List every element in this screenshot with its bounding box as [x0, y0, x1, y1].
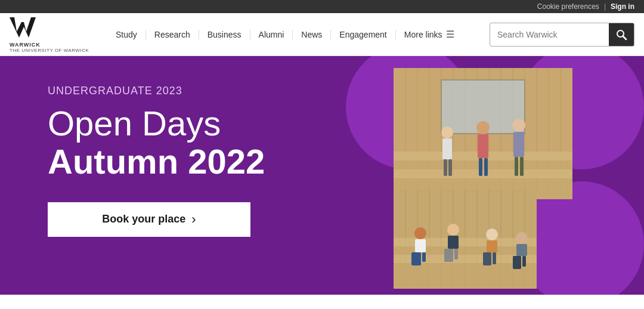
nav-business[interactable]: Business	[199, 30, 250, 39]
nav-more-links[interactable]: More links ☰	[396, 29, 463, 40]
header: WARWICK THE UNIVERSITY OF WARWICK Study …	[0, 13, 644, 56]
search-button[interactable]	[609, 23, 634, 47]
nav-engagement[interactable]: Engagement	[331, 30, 395, 39]
hamburger-icon: ☰	[446, 29, 454, 40]
svg-line-2	[623, 36, 627, 39]
sign-in-link[interactable]: Sign in	[611, 2, 634, 11]
top-bar: Cookie preferences | Sign in	[0, 0, 644, 13]
svg-marker-0	[10, 17, 36, 38]
cta-label: Book your place	[102, 213, 185, 225]
hero-banner: UNDERGRADUATE 2023 Open Days Autumn 2022…	[0, 56, 644, 295]
nav-research[interactable]: Research	[146, 30, 199, 39]
nav-alumni[interactable]: Alumni	[250, 30, 293, 39]
logo[interactable]: WARWICK THE UNIVERSITY OF WARWICK	[10, 16, 93, 53]
logo-name-main: WARWICK	[10, 42, 41, 48]
cookie-preferences-link[interactable]: Cookie preferences	[537, 2, 599, 11]
search-icon	[615, 29, 627, 41]
nav-news[interactable]: News	[293, 30, 331, 39]
logo-name-sub: THE UNIVERSITY OF WARWICK	[10, 48, 89, 53]
warwick-w-icon	[10, 16, 38, 39]
nav-study[interactable]: Study	[107, 30, 146, 39]
main-nav: Study Research Business Alumni News Enga…	[107, 29, 490, 40]
search-bar	[490, 23, 634, 47]
hero-title-bold: Autumn 2022	[48, 143, 596, 181]
hero-eyebrow: UNDERGRADUATE 2023	[48, 85, 596, 97]
logo-w	[10, 16, 38, 42]
cta-arrow-icon: ›	[191, 212, 196, 227]
hero-content: UNDERGRADUATE 2023 Open Days Autumn 2022…	[0, 56, 644, 265]
hero-title-light: Open Days	[48, 104, 596, 143]
book-place-button[interactable]: Book your place ›	[48, 202, 250, 237]
search-input[interactable]	[490, 30, 609, 39]
separator: |	[604, 2, 606, 11]
